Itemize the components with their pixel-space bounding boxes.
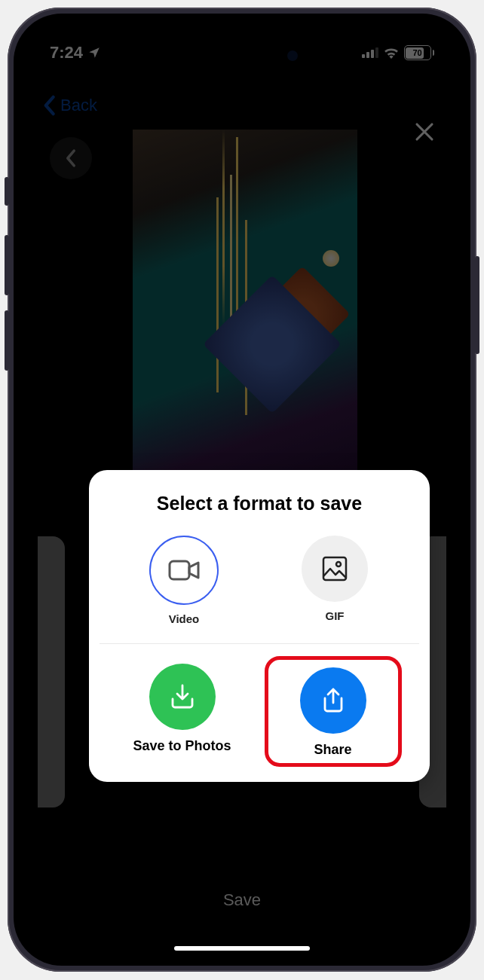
svg-point-6: [336, 562, 341, 566]
phone-frame: 7:24 70: [8, 8, 476, 972]
battery-percent: 70: [412, 48, 421, 57]
power-button: [475, 256, 479, 354]
modal-title: Select a format to save: [104, 493, 415, 514]
screen: 7:24 70: [18, 18, 466, 961]
background-layer: 7:24 70: [18, 18, 466, 961]
format-gif[interactable]: GIF: [282, 536, 388, 625]
volume-down-button: [5, 310, 9, 371]
volume-up-button: [5, 235, 9, 295]
action-row: Save to Photos Share: [104, 664, 415, 762]
svg-rect-5: [323, 557, 346, 580]
side-button: [5, 177, 9, 206]
share-button[interactable]: Share: [265, 656, 402, 767]
format-video[interactable]: Video: [131, 536, 237, 625]
share-icon-circle: [300, 667, 366, 734]
save-icon-circle: [149, 664, 216, 730]
svg-rect-4: [170, 561, 189, 579]
download-icon: [167, 681, 198, 713]
video-icon-circle: [149, 536, 219, 605]
share-label: Share: [314, 741, 351, 759]
save-label: Save: [18, 890, 466, 910]
video-icon: [167, 557, 201, 584]
stage: 7:24 70: [0, 0, 484, 980]
save-to-photos-label: Save to Photos: [133, 737, 231, 755]
format-gif-label: GIF: [326, 609, 345, 622]
save-to-photos-button[interactable]: Save to Photos: [122, 664, 243, 762]
format-row: Video GIF: [104, 536, 415, 643]
home-indicator[interactable]: [174, 946, 310, 951]
format-video-label: Video: [169, 612, 200, 625]
format-modal: Select a format to save Video: [89, 470, 430, 782]
share-icon: [317, 685, 349, 716]
divider: [100, 643, 419, 644]
image-icon: [320, 554, 350, 584]
strip-prev[interactable]: [38, 536, 65, 808]
gif-icon-circle: [302, 536, 368, 602]
phone-bezel: 7:24 70: [14, 14, 470, 966]
